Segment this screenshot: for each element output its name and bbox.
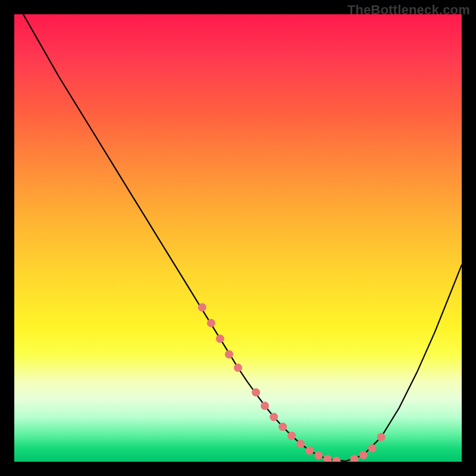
bottleneck-curve	[23, 14, 462, 461]
chart-svg	[14, 14, 462, 462]
marker-dot	[270, 413, 278, 421]
marker-group	[198, 303, 386, 462]
marker-dot	[332, 457, 340, 462]
marker-dot	[296, 440, 305, 448]
marker-dot	[261, 402, 269, 410]
marker-dot	[323, 455, 331, 462]
chart-frame	[14, 14, 462, 462]
marker-dot	[314, 452, 322, 460]
marker-dot	[207, 319, 215, 327]
marker-dot	[278, 422, 287, 431]
marker-dot	[368, 444, 377, 452]
marker-dot	[350, 455, 359, 462]
marker-dot	[225, 350, 233, 359]
marker-dot	[198, 303, 206, 312]
marker-dot	[234, 364, 242, 372]
marker-dot	[252, 388, 260, 396]
watermark-text: TheBottleneck.com	[347, 2, 470, 18]
marker-dot	[287, 431, 296, 440]
marker-dot	[377, 433, 386, 441]
marker-dot	[216, 334, 224, 343]
marker-dot	[305, 446, 314, 455]
marker-dot	[359, 451, 368, 459]
